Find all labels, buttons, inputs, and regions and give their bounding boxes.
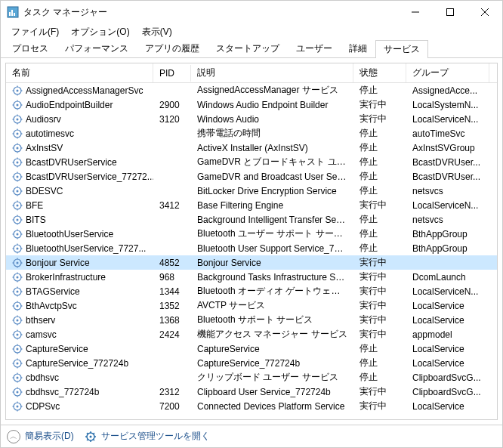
cell-pid [153,363,191,364]
table-row[interactable]: BcastDVRUserService_77272...GameDVR and … [6,169,497,184]
minimize-button[interactable] [398,1,433,23]
cell-status: 実行中 [353,298,406,313]
table-row[interactable]: bthserv1368Bluetooth サポート サービス実行中LocalSe… [6,313,497,327]
table-row[interactable]: BITSBackground Intelligent Transfer Serv… [6,212,497,227]
table-row[interactable]: AudioEndpointBuilder2900Windows Audio En… [6,97,497,112]
table-row[interactable]: CDPSvc7200Connected Devices Platform Ser… [6,399,497,413]
service-icon [12,229,23,239]
gear-icon [85,431,97,443]
table-row[interactable]: AssignedAccessManagerSvcAssignedAccessMa… [6,83,497,97]
services-list[interactable]: AssignedAccessManagerSvcAssignedAccessMa… [6,83,497,419]
svg-point-33 [17,147,19,149]
table-row[interactable]: BcastDVRUserServiceGameDVR とブロードキャスト ユーザ… [6,155,497,169]
cell-pid [153,133,191,134]
table-row[interactable]: BthAvctpSvc1352AVCTP サービス実行中LocalService [6,298,497,313]
cell-description: GameDVR とブロードキャスト ユーザー サー... [191,155,353,169]
cell-description: Background Tasks Infrastructure Serv... [191,271,353,283]
cell-pid [153,176,191,178]
cell-description: クリップボード ユーザー サービス [191,370,353,385]
cell-status: 停止 [353,184,406,198]
cell-pid: 7200 [153,400,191,412]
table-row[interactable]: Bonjour Service4852Bonjour Service実行中 [6,255,497,270]
cell-status: 実行中 [353,385,406,399]
table-row[interactable]: cbdhsvcクリップボード ユーザー サービス停止ClipboardSvcG.… [6,370,497,385]
table-row[interactable]: BrokerInfrastructure968Background Tasks … [6,270,497,284]
column-header-status[interactable]: 状態 [353,63,406,82]
fewer-details-button[interactable]: ︿ 簡易表示(D) [7,430,74,443]
svg-point-129 [17,376,19,378]
table-row[interactable]: BDESVCBitLocker Drive Encryption Service… [6,184,497,198]
svg-rect-2 [11,10,13,16]
tab-processes[interactable]: プロセス [4,39,57,57]
table-row[interactable]: BluetoothUserService_7727...Bluetooth Us… [6,241,497,255]
menu-view[interactable]: 表示(V) [136,24,178,40]
cell-group [406,262,489,264]
maximize-button[interactable] [433,1,468,23]
cell-description: Bonjour Service [191,257,353,269]
svg-line-154 [87,439,88,440]
menu-options[interactable]: オプション(O) [65,24,135,40]
svg-point-69 [17,233,19,235]
column-header-group[interactable]: グループ [406,63,489,82]
table-row[interactable]: autotimesvc携帯電話の時間停止autoTimeSvc [6,126,497,141]
cell-name: Audiosrv [6,113,153,125]
table-row[interactable]: CaptureServiceCaptureService停止LocalServi… [6,341,497,356]
column-header-pid[interactable]: PID [153,65,191,82]
service-icon [12,358,23,369]
cell-pid: 3120 [153,113,191,125]
cell-description: GameDVR and Broadcast User Servic... [191,171,353,183]
cell-description: ActiveX Installer (AxInstSV) [191,142,353,154]
table-row[interactable]: Audiosrv3120Windows Audio実行中LocalService… [6,112,497,126]
column-header-name[interactable]: 名前 [6,63,153,82]
svg-point-99 [17,304,19,307]
cell-group: BcastDVRUser... [406,156,489,168]
cell-group: LocalService [406,400,489,412]
cell-status: 停止 [353,356,406,370]
cell-group: BcastDVRUser... [406,171,489,183]
table-row[interactable]: camsvc2424機能アクセス マネージャー サービス実行中appmodel [6,327,497,341]
cell-description: 携帯電話の時間 [191,126,353,141]
cell-group: netsvcs [406,185,489,197]
svg-point-57 [17,204,19,206]
tab-services[interactable]: サービス [375,40,428,58]
svg-point-117 [17,348,19,350]
service-icon [12,143,23,153]
service-icon [12,171,23,182]
table-row[interactable]: cbdhsvc_772724b2312Clipboard User Servic… [6,385,497,399]
close-button[interactable] [468,1,502,23]
svg-point-15 [17,104,19,106]
table-row[interactable]: AxInstSVActiveX Installer (AxInstSV)停止Ax… [6,141,497,155]
tab-performance[interactable]: パフォーマンス [57,39,137,57]
cell-name: bthserv [6,314,153,326]
services-table: 名前 PID 説明 状態 グループ AssignedAccessManagerS… [5,63,498,420]
table-row[interactable]: BluetoothUserServiceBluetooth ユーザー サポート … [6,227,497,241]
fewer-details-label: 簡易表示(D) [25,430,74,443]
cell-description: Bluetooth User Support Service_7727... [191,243,353,255]
service-icon [12,243,23,254]
service-icon [12,387,23,397]
tab-users[interactable]: ユーザー [288,39,341,57]
service-icon [12,301,23,311]
menu-file[interactable]: ファイル(F) [5,24,65,40]
table-row[interactable]: BTAGService1344Bluetooth オーディオ ゲートウェイ サー… [6,284,497,298]
svg-point-39 [17,161,19,163]
svg-point-9 [17,89,19,91]
tab-details[interactable]: 詳細 [341,39,375,57]
service-icon [12,186,23,196]
table-row[interactable]: CaptureService_772724bCaptureService_772… [6,356,497,370]
cell-group: DcomLaunch [406,271,489,283]
service-icon [12,401,23,412]
cell-status: 停止 [353,341,406,356]
tab-startup[interactable]: スタートアップ [208,39,288,57]
open-services-button[interactable]: サービス管理ツールを開く [85,430,210,443]
svg-point-75 [17,247,19,249]
table-row[interactable]: BFE3412Base Filtering Engine実行中LocalServ… [6,198,497,212]
tab-app-history[interactable]: アプリの履歴 [137,39,208,57]
cell-status: 実行中 [353,327,406,341]
service-icon [12,286,23,297]
cell-status: 実行中 [353,255,406,270]
column-header-description[interactable]: 説明 [191,63,353,82]
cell-status: 実行中 [353,313,406,327]
svg-line-155 [93,433,94,434]
cell-pid [153,233,191,235]
